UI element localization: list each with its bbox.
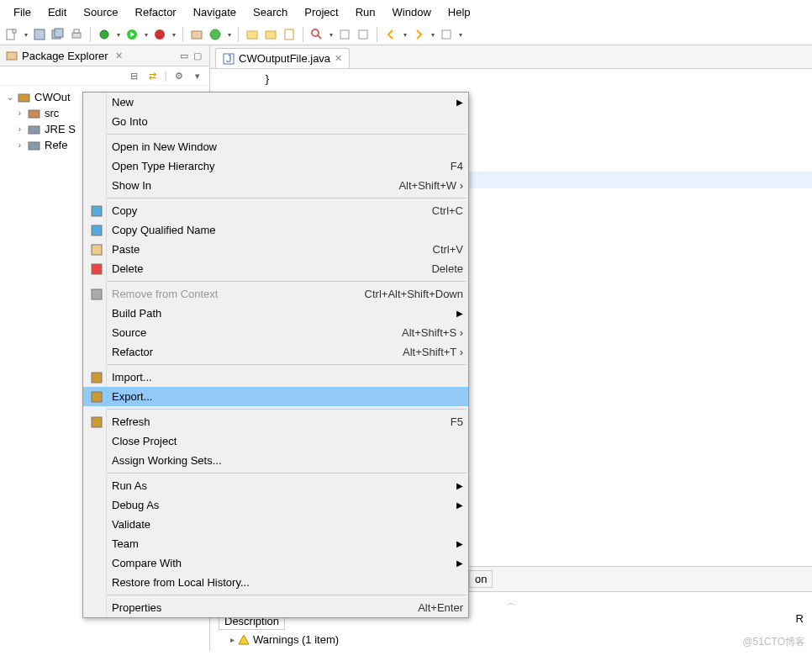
- menu-label: Export...: [112, 390, 152, 403]
- remove-icon: [90, 288, 103, 301]
- java-file-icon: J: [223, 53, 235, 65]
- submenu-arrow-icon: ▶: [450, 539, 463, 548]
- dropdown-arrow-icon[interactable]: ▾: [24, 31, 28, 39]
- refresh-icon: [90, 415, 103, 429]
- shortcut: Alt+Enter: [418, 601, 463, 614]
- menu-refactor[interactable]: Refactor: [129, 3, 183, 21]
- copy-qual-icon: [90, 224, 103, 237]
- nav-fwd-icon[interactable]: [412, 28, 425, 41]
- pin-icon[interactable]: [440, 28, 453, 41]
- nav-back-icon[interactable]: [384, 28, 398, 41]
- menu-run[interactable]: Run: [349, 3, 382, 21]
- shortcut: Ctrl+V: [433, 243, 463, 256]
- ant-icon[interactable]: [356, 28, 370, 41]
- open-type-icon[interactable]: [245, 28, 259, 41]
- maximize-icon[interactable]: ▢: [191, 49, 204, 62]
- menu-item-refresh[interactable]: RefreshF5: [83, 412, 468, 431]
- new-class-icon[interactable]: [208, 28, 222, 41]
- menu-item-build-path[interactable]: Build Path▶: [83, 304, 468, 323]
- menu-label: New: [112, 96, 134, 108]
- resource-header[interactable]: R: [796, 612, 804, 630]
- menu-help[interactable]: Help: [441, 3, 477, 21]
- minimize-icon[interactable]: ▭: [177, 49, 191, 62]
- run-icon[interactable]: [125, 28, 139, 41]
- warnings-label[interactable]: Warnings (1 item): [253, 633, 339, 646]
- menu-item-paste[interactable]: PasteCtrl+V: [83, 240, 468, 259]
- save-icon[interactable]: [33, 28, 46, 41]
- menu-item-source[interactable]: SourceAlt+Shift+S ›: [83, 323, 468, 342]
- menu-item-compare-with[interactable]: Compare With▶: [83, 553, 468, 573]
- menu-navigate[interactable]: Navigate: [187, 3, 243, 21]
- menu-label: Copy: [112, 204, 137, 217]
- menu-label: Remove from Context: [112, 288, 218, 300]
- menu-label: Validate: [112, 518, 150, 531]
- menu-item-validate[interactable]: Validate: [83, 515, 468, 534]
- menu-file[interactable]: File: [7, 3, 38, 21]
- twisty-icon[interactable]: ›: [15, 140, 24, 150]
- menu-item-open-type-hierarchy[interactable]: Open Type HierarchyF4: [83, 156, 468, 176]
- separator: [238, 27, 239, 42]
- watermark: @51CTO博客: [742, 635, 805, 649]
- shortcut: Ctrl+Alt+Shift+Down: [365, 288, 463, 300]
- menu-item-assign-working-sets-[interactable]: Assign Working Sets...: [83, 451, 468, 470]
- menu-item-restore-from-local-history-[interactable]: Restore from Local History...: [83, 573, 468, 592]
- open-task-icon[interactable]: [282, 28, 296, 41]
- svg-rect-6: [74, 29, 79, 33]
- view-menu-icon[interactable]: ▾: [191, 69, 204, 82]
- close-icon[interactable]: ✕: [335, 53, 342, 64]
- menu-item-go-into[interactable]: Go Into: [83, 112, 468, 131]
- twisty-icon[interactable]: ›: [15, 108, 24, 118]
- twisty-icon[interactable]: ›: [15, 124, 24, 134]
- menu-label: Go Into: [112, 115, 148, 128]
- link-editor-icon[interactable]: ⇄: [146, 69, 160, 82]
- menu-item-close-project[interactable]: Close Project: [83, 431, 468, 451]
- menu-item-new[interactable]: New▶: [83, 93, 468, 112]
- description-column[interactable]: on: [469, 570, 493, 588]
- svg-rect-5: [72, 33, 81, 38]
- menu-item-open-in-new-window[interactable]: Open in New Window: [83, 137, 468, 156]
- shortcut: Ctrl+C: [432, 204, 463, 217]
- menu-item-copy[interactable]: CopyCtrl+C: [83, 201, 468, 220]
- menu-item-import-[interactable]: Import...: [83, 368, 468, 387]
- menu-project[interactable]: Project: [298, 3, 345, 21]
- svg-rect-21: [18, 94, 29, 102]
- menu-item-show-in[interactable]: Show InAlt+Shift+W ›: [83, 176, 468, 195]
- print-icon[interactable]: [70, 28, 83, 41]
- menu-item-copy-qualified-name[interactable]: Copy Qualified Name: [83, 220, 468, 240]
- close-icon[interactable]: ✕: [115, 50, 123, 61]
- menu-source[interactable]: Source: [76, 3, 124, 21]
- svg-point-11: [210, 29, 220, 40]
- toggle-mark-icon[interactable]: [338, 28, 351, 41]
- open-resource-icon[interactable]: [264, 28, 277, 41]
- menu-item-team[interactable]: Team▶: [83, 534, 468, 553]
- separator: [377, 27, 377, 42]
- menu-item-debug-as[interactable]: Debug As▶: [83, 495, 468, 515]
- save-all-icon[interactable]: [51, 28, 65, 41]
- svg-rect-30: [92, 264, 102, 274]
- menu-edit[interactable]: Edit: [41, 3, 73, 21]
- menu-label: Paste: [112, 243, 140, 256]
- svg-rect-17: [340, 30, 349, 39]
- menu-item-delete[interactable]: DeleteDelete: [83, 259, 468, 278]
- menubar: FileEditSourceRefactorNavigateSearchProj…: [0, 0, 812, 24]
- editor-tab[interactable]: J CWOutputFile.java ✕: [215, 48, 350, 68]
- debug-icon[interactable]: [98, 28, 111, 41]
- menu-item-run-as[interactable]: Run As▶: [83, 476, 468, 495]
- menu-window[interactable]: Window: [386, 3, 438, 21]
- search-icon[interactable]: [310, 28, 324, 41]
- menu-item-remove-from-context[interactable]: Remove from ContextCtrl+Alt+Shift+Down: [83, 284, 468, 304]
- menu-item-export-[interactable]: Export...: [83, 387, 468, 406]
- menu-search[interactable]: Search: [246, 3, 294, 21]
- menu-label: Source: [112, 326, 146, 339]
- run-last-icon[interactable]: [153, 28, 166, 41]
- twisty-icon[interactable]: ⌄: [5, 93, 14, 102]
- twisty-icon[interactable]: ▸: [230, 635, 235, 644]
- menu-label: Copy Qualified Name: [112, 224, 216, 236]
- new-icon[interactable]: [5, 28, 18, 41]
- svg-rect-28: [92, 225, 102, 235]
- filter-icon[interactable]: ⚙: [172, 69, 186, 82]
- new-package-icon[interactable]: [190, 28, 203, 41]
- menu-item-refactor[interactable]: RefactorAlt+Shift+T ›: [83, 342, 468, 362]
- menu-item-properties[interactable]: PropertiesAlt+Enter: [83, 598, 468, 617]
- collapse-all-icon[interactable]: ⊟: [128, 69, 141, 82]
